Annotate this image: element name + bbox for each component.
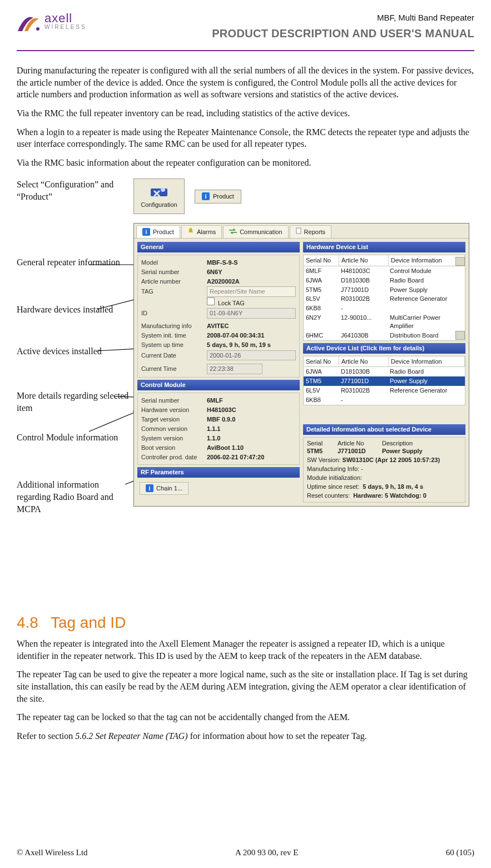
callout-label: Select “Configuration” and “Product” — [17, 178, 133, 202]
table-cell: Reference Generator — [388, 294, 465, 304]
svg-text:i: i — [149, 485, 151, 492]
configuration-button[interactable]: Configuration — [133, 178, 185, 214]
table-cell: 6JWA — [304, 276, 339, 285]
chain-button[interactable]: i Chain 1... — [140, 482, 189, 495]
field-label: Manufacturing Info: — [307, 465, 359, 472]
bell-icon — [187, 227, 194, 236]
rf-panel: i Chain 1... — [137, 480, 300, 497]
callout-label: More details regarding selected item — [17, 390, 133, 414]
table-cell — [388, 395, 465, 405]
control-module-panel: Serial number6MLF Hardware versionH48100… — [137, 393, 300, 465]
table-row[interactable]: 6KB8- — [304, 304, 465, 313]
header-rule — [17, 50, 474, 51]
tab-reports[interactable]: Reports — [290, 225, 332, 238]
col-header: Device Information — [389, 356, 465, 367]
field-value: A2020002A — [207, 277, 240, 286]
tab-label: Communication — [240, 228, 282, 236]
table-row[interactable]: 6L5VR031002BReference Generator — [304, 294, 465, 304]
field-label: Boot version — [141, 444, 207, 452]
table-row[interactable]: 6L5VR031002BReference Generator — [304, 386, 465, 395]
table-row[interactable]: 6JWAD181030BRadio Board — [304, 367, 465, 376]
paragraph: When the repeater is integrated into the… — [17, 638, 474, 662]
table-cell: J771001D — [339, 376, 388, 386]
table-cell: - — [339, 395, 388, 405]
field-label: TAG — [141, 287, 207, 296]
time-input[interactable]: 22:23:38 — [207, 364, 262, 374]
field-label: System init. time — [141, 331, 207, 340]
tab-label: Alarms — [197, 228, 216, 236]
footer-right: 60 (105) — [446, 847, 474, 858]
table-row[interactable]: 6N2Y12-90010...MultiCarrier Power Amplif… — [304, 313, 465, 331]
info-icon: i — [202, 192, 210, 200]
button-label: Chain 1... — [156, 484, 182, 493]
detail-serial: 5TM5 — [307, 447, 338, 455]
active-device-list[interactable]: Serial No Article No Device Information … — [303, 356, 465, 405]
field-value: 5 days, 9 h, 50 m, 19 s — [207, 341, 271, 349]
logo-mark-icon — [17, 12, 41, 33]
svg-rect-13 — [296, 228, 301, 234]
page-footer: © Axell Wireless Ltd A 200 93 00, rev E … — [17, 847, 474, 858]
section-header-control: Control Module — [137, 380, 300, 390]
field-label: Hardware version — [141, 406, 207, 414]
table-cell: 5TM5 — [304, 376, 339, 386]
table-row[interactable]: 6KB8- — [304, 395, 465, 405]
col-header: Device Information — [389, 255, 465, 266]
tab-alarms[interactable]: Alarms — [181, 225, 222, 238]
field-value: SW01310C (Apr 12 2005 10:57:23) — [343, 457, 440, 463]
field-value: Hardware: 5 Watchdog: 0 — [353, 492, 426, 499]
table-row[interactable]: 5TM5J771001DPower Supply — [304, 285, 465, 295]
paragraph: During manufacturing the repeater is con… — [17, 65, 474, 101]
section-header-hwlist: Hardware Device List — [303, 242, 465, 252]
field-label: Model — [141, 259, 207, 267]
table-cell: Control Module — [388, 266, 465, 276]
section-heading: 4.8Tag and ID — [17, 612, 474, 633]
product-button[interactable]: i Product — [195, 190, 241, 204]
callout-label: Control Module information — [17, 431, 118, 444]
col-header: Article No — [339, 356, 389, 367]
general-panel: ModelMBF-S-9-S Serial number6N6Y Article… — [137, 255, 300, 378]
table-row[interactable]: 6HMCJ641030BDistribution Board — [304, 331, 465, 340]
field-label: Common version — [141, 425, 207, 433]
table-cell: H481003C — [339, 266, 388, 276]
paragraph: Via the RMC the full repeater inventory … — [17, 107, 474, 120]
section-title: Tag and ID — [51, 614, 126, 631]
table-cell: 6JWA — [304, 367, 339, 376]
id-input[interactable]: 01-09-6N6Y — [207, 308, 296, 319]
scrollbar-thumb[interactable] — [455, 331, 465, 340]
col-header: Serial No — [304, 255, 339, 266]
table-row[interactable]: 6JWAD181030BRadio Board — [304, 276, 465, 285]
table-row[interactable]: 6MLFH481003CControl Module — [304, 266, 465, 276]
cross-reference: 5.6.2 Set Repeater Name (TAG) — [75, 731, 187, 741]
date-input[interactable]: 2000-01-26 — [207, 350, 296, 361]
svg-point-0 — [36, 27, 39, 31]
table-row[interactable]: 5TM5J771001DPower Supply — [304, 376, 465, 386]
table-cell: Radio Board — [388, 276, 465, 285]
field-label: System version — [141, 434, 207, 443]
app-window: i Product Alarms Communication Reports — [133, 223, 469, 506]
tab-product[interactable]: i Product — [136, 225, 180, 238]
scrollbar-thumb[interactable] — [455, 257, 465, 266]
hw-device-list[interactable]: Serial No Article No Device Information … — [303, 255, 465, 341]
field-label: Module initialization: — [307, 474, 362, 481]
field-label: Serial number — [141, 268, 207, 276]
svg-text:i: i — [205, 193, 206, 200]
table-cell: R031002B — [339, 386, 388, 395]
table-cell: 6N2Y — [304, 313, 339, 331]
field-value: AviBoot 1.10 — [207, 444, 244, 452]
section-header-activelist: Active Device List (Click item for detai… — [303, 343, 465, 354]
tab-communication[interactable]: Communication — [223, 225, 288, 238]
tag-input[interactable]: Repeater/Site Name — [207, 286, 296, 297]
svg-text:i: i — [146, 229, 147, 235]
lock-tag-checkbox[interactable]: Lock TAG — [207, 297, 245, 307]
field-label: Reset counters: — [307, 492, 350, 499]
table-cell — [388, 304, 465, 313]
field-value: 6MLF — [207, 396, 223, 405]
wrench-icon — [150, 184, 168, 200]
field-value: 6N6Y — [207, 268, 222, 276]
callout-label: Additional information regarding Radio B… — [17, 479, 133, 515]
paragraph: Refer to section 5.6.2 Set Repeater Name… — [17, 730, 474, 742]
doc-subtitle: PRODUCT DESCRIPTION AND USER'S MANUAL — [212, 26, 474, 41]
col-header: Serial — [307, 439, 338, 448]
button-label: Configuration — [141, 201, 177, 209]
field-label: Current Date — [141, 351, 207, 360]
